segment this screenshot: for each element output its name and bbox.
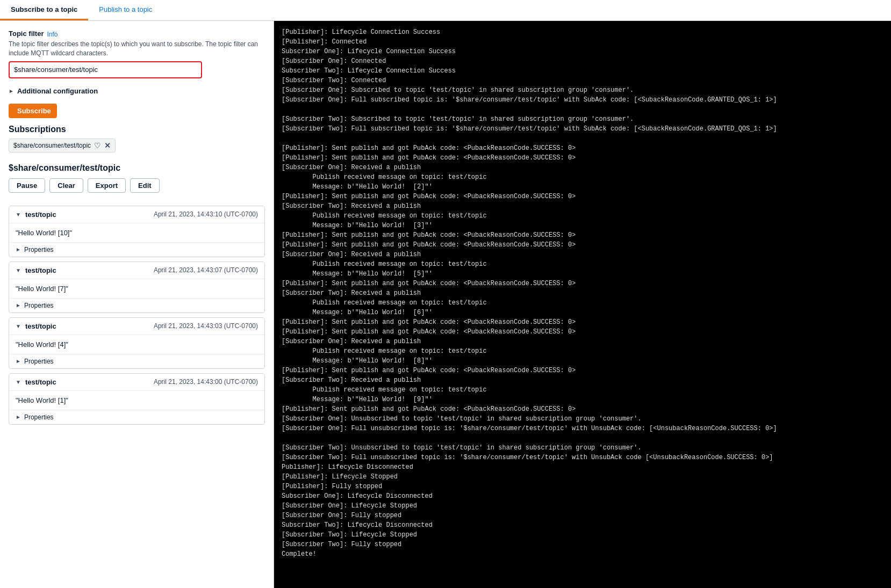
message-properties-toggle[interactable]: ► Properties (9, 298, 264, 313)
properties-label: Properties (24, 302, 54, 309)
message-header: ▼ test/topic April 21, 2023, 14:43:07 (U… (9, 262, 264, 279)
message-header: ▼ test/topic April 21, 2023, 14:43:03 (U… (9, 318, 264, 335)
message-topic: test/topic (25, 266, 56, 274)
additional-config-arrow: ► (9, 88, 14, 94)
tab-publish[interactable]: Publish to a topic (88, 0, 163, 20)
properties-arrow-icon: ► (16, 246, 21, 252)
msg-area-title: $share/consumer/test/topic (9, 163, 265, 173)
message-time: April 21, 2023, 14:43:10 (UTC-0700) (154, 210, 258, 218)
topic-filter-label: Topic filter (9, 30, 44, 38)
message-header: ▼ test/topic April 21, 2023, 14:43:00 (U… (9, 374, 264, 391)
message-properties-toggle[interactable]: ► Properties (9, 410, 264, 424)
remove-subscription-icon[interactable]: ✕ (104, 141, 111, 150)
message-properties-toggle[interactable]: ► Properties (9, 354, 264, 368)
message-item: ▼ test/topic April 21, 2023, 14:43:00 (U… (9, 373, 265, 425)
properties-label: Properties (24, 246, 54, 253)
message-expand-icon[interactable]: ▼ (16, 379, 21, 385)
message-topic: test/topic (25, 378, 56, 386)
message-list: ▼ test/topic April 21, 2023, 14:43:10 (U… (9, 206, 265, 579)
topic-filter-info-link[interactable]: Info (47, 31, 58, 38)
edit-button[interactable]: Edit (130, 178, 160, 193)
terminal-output: [Publisher]: Lifecycle Connection Succes… (274, 21, 891, 588)
topic-filter-section: Topic filter Info The topic filter descr… (9, 30, 265, 78)
message-item: ▼ test/topic April 21, 2023, 14:43:03 (U… (9, 317, 265, 369)
additional-config-label: Additional configuration (17, 87, 98, 95)
favorite-icon[interactable]: ♡ (94, 141, 101, 150)
tabs-bar: Subscribe to a topic Publish to a topic (0, 0, 891, 21)
msg-area-header-section: $share/consumer/test/topic Pause Clear E… (9, 163, 265, 199)
message-body: "Hello World! [4]" (9, 335, 264, 354)
message-topic: test/topic (25, 322, 56, 330)
message-time: April 21, 2023, 14:43:03 (UTC-0700) (154, 322, 258, 330)
message-expand-icon[interactable]: ▼ (16, 212, 21, 217)
subscriptions-section: Subscriptions $share/consumer/test/topic… (9, 125, 265, 157)
message-time: April 21, 2023, 14:43:07 (UTC-0700) (154, 266, 258, 274)
message-expand-icon[interactable]: ▼ (16, 267, 21, 273)
properties-arrow-icon: ► (16, 358, 21, 364)
main-layout: Topic filter Info The topic filter descr… (0, 21, 891, 588)
message-item: ▼ test/topic April 21, 2023, 14:43:07 (U… (9, 262, 265, 313)
message-time: April 21, 2023, 14:43:00 (UTC-0700) (154, 378, 258, 386)
export-button[interactable]: Export (88, 178, 126, 193)
subscribe-button[interactable]: Subscribe (9, 104, 57, 118)
topic-filter-input[interactable] (9, 61, 202, 78)
message-properties-toggle[interactable]: ► Properties (9, 242, 264, 257)
pause-button[interactable]: Pause (9, 178, 45, 193)
message-topic: test/topic (25, 210, 56, 219)
msg-area-actions: Pause Clear Export Edit (9, 178, 265, 193)
message-header: ▼ test/topic April 21, 2023, 14:43:10 (U… (9, 206, 264, 223)
message-body: "Hello World! [1]" (9, 391, 264, 410)
subscriptions-title: Subscriptions (9, 125, 265, 134)
properties-label: Properties (24, 413, 54, 421)
topic-filter-description: The topic filter describes the topic(s) … (9, 40, 265, 58)
message-expand-icon[interactable]: ▼ (16, 323, 21, 329)
properties-arrow-icon: ► (16, 414, 21, 420)
subscription-chip-label: $share/consumer/test/topic (13, 142, 91, 149)
message-body: "Hello World! [7]" (9, 279, 264, 298)
message-item: ▼ test/topic April 21, 2023, 14:43:10 (U… (9, 206, 265, 257)
subscription-chip: $share/consumer/test/topic ♡ ✕ (9, 139, 116, 153)
message-body: "Hello World! [10]" (9, 223, 264, 242)
additional-config-toggle[interactable]: ► Additional configuration (9, 85, 265, 97)
clear-button[interactable]: Clear (49, 178, 83, 193)
properties-label: Properties (24, 358, 54, 365)
left-panel: Topic filter Info The topic filter descr… (0, 21, 274, 588)
properties-arrow-icon: ► (16, 302, 21, 308)
tab-subscribe[interactable]: Subscribe to a topic (0, 0, 88, 20)
